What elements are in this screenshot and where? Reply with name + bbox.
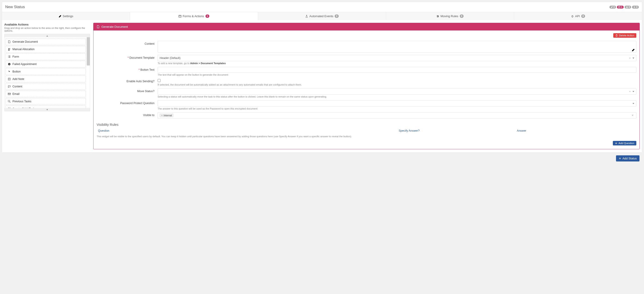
- visible-to-label: Visible to: [97, 112, 158, 117]
- trash-icon: [615, 34, 618, 37]
- file-icon: [97, 25, 100, 28]
- button-text-label: *Button Text: [97, 67, 158, 71]
- visible-to-select[interactable]: ×Internal ×: [158, 112, 636, 118]
- auto-send-label: Enable Auto Sending?: [97, 78, 158, 83]
- auto-send-checkbox[interactable]: [158, 79, 160, 82]
- action-button[interactable]: Button: [6, 68, 86, 75]
- tabs: Settings Forms & Actions1 Automated Even…: [2, 12, 642, 20]
- badge-people: 0: [624, 6, 631, 8]
- tab-automated-events[interactable]: Automated Events0: [258, 12, 386, 20]
- chevron-down-icon[interactable]: [632, 103, 634, 104]
- content-input[interactable]: [158, 41, 636, 52]
- status-card: New Status 0 1 0 0 Settings Forms & Acti…: [2, 2, 642, 153]
- action-failed-appointment[interactable]: Failed Appointment: [6, 61, 86, 68]
- plus-icon: [619, 157, 621, 160]
- page-title: New Status: [5, 5, 25, 9]
- tab-moving-rules[interactable]: Moving Rules0: [386, 12, 514, 20]
- move-status-help: Selecting a status will automatically mo…: [158, 95, 636, 98]
- template-select[interactable]: Header (Default) ×: [158, 55, 636, 61]
- chevron-down-icon[interactable]: [632, 58, 634, 59]
- col-question[interactable]: Question: [98, 129, 399, 132]
- action-list-container: ▲ Generate Document Manual Allocation Fo…: [4, 34, 90, 111]
- add-question-button[interactable]: Add Question: [613, 141, 636, 146]
- action-list[interactable]: Generate Document Manual Allocation Form…: [4, 37, 90, 108]
- tab-settings[interactable]: Settings: [2, 12, 130, 20]
- badge-content: 1: [617, 6, 624, 8]
- button-text-input[interactable]: [158, 67, 636, 73]
- scroll-down-button[interactable]: ▼: [4, 108, 90, 111]
- delete-action-button[interactable]: Delete Action: [613, 33, 636, 38]
- button-text-help: The text that will appear on the button …: [158, 74, 636, 76]
- action-config-panel: Generate Document Delete Action Content: [93, 23, 640, 149]
- available-actions-sidebar: Available Actions Drag and drop an actio…: [4, 23, 90, 149]
- badge-pencil: 0: [610, 6, 616, 8]
- remove-tag[interactable]: ×: [161, 114, 162, 117]
- password-help: The answer to this question will be used…: [158, 107, 636, 110]
- visible-to-clear-all[interactable]: ×: [631, 114, 634, 117]
- badge-sliders: 0: [632, 6, 639, 8]
- add-status-button[interactable]: Add Status: [616, 155, 640, 162]
- col-answer[interactable]: Answer: [517, 129, 635, 132]
- scroll-up-button[interactable]: ▲: [4, 34, 90, 37]
- tab-forms-actions[interactable]: Forms & Actions1: [130, 12, 258, 20]
- template-label: *Document Template: [97, 55, 158, 60]
- action-create-child-task[interactable]: Create Child Task: [6, 106, 86, 108]
- plus-icon: [615, 142, 617, 144]
- action-previous-tasks[interactable]: Previous Tasks: [6, 98, 86, 105]
- sidebar-hint: Drag and drop an action below to the are…: [4, 27, 90, 32]
- header-badges: 0 1 0 0: [610, 6, 639, 8]
- pencil-icon[interactable]: [632, 48, 635, 52]
- tab-api[interactable]: API0: [514, 12, 642, 20]
- col-specify-answer[interactable]: Specify Answer?: [399, 129, 517, 132]
- password-label: Password Protect Question: [97, 100, 158, 105]
- visible-to-tag: ×Internal: [160, 114, 174, 117]
- action-form[interactable]: Form: [6, 53, 86, 60]
- visibility-rules-title: Visibility Rules: [97, 122, 636, 126]
- card-header: New Status 0 1 0 0: [2, 2, 642, 12]
- template-clear[interactable]: ×: [629, 57, 631, 60]
- template-help: To add a new template, go to Admin > Doc…: [158, 62, 636, 64]
- sidebar-title: Available Actions: [4, 23, 90, 26]
- content-label: Content: [97, 41, 158, 46]
- action-manual-allocation[interactable]: Manual Allocation: [6, 46, 86, 52]
- visibility-rules-section: Visibility Rules Question Specify Answer…: [97, 122, 636, 146]
- move-status-label: Move Status?: [97, 88, 158, 93]
- action-email[interactable]: Email: [6, 90, 86, 97]
- auto-send-help: If selected, the document will be automa…: [158, 83, 636, 86]
- visibility-rules-help: This widget will be visible to the speci…: [97, 135, 636, 138]
- visibility-rules-columns: Question Specify Answer? Answer: [97, 128, 636, 133]
- chevron-down-icon[interactable]: [632, 91, 634, 92]
- action-add-note[interactable]: Add Note: [6, 76, 86, 82]
- move-status-clear[interactable]: ×: [629, 90, 631, 93]
- move-status-select[interactable]: ×: [158, 88, 636, 94]
- password-select[interactable]: [158, 100, 636, 106]
- action-content[interactable]: Content: [6, 83, 86, 90]
- action-generate-document[interactable]: Generate Document: [6, 38, 86, 45]
- panel-header: Generate Document: [94, 23, 640, 30]
